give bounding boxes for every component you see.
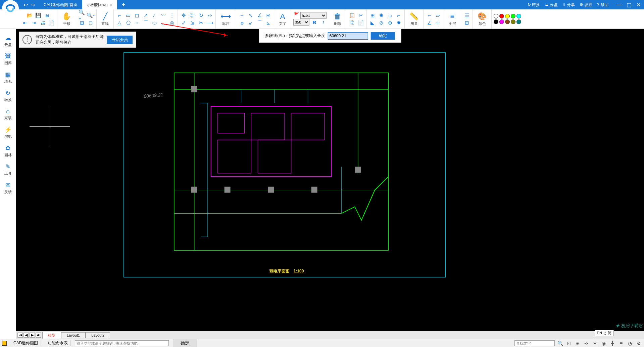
dim-angular-icon[interactable]: ∠ bbox=[256, 12, 263, 19]
trim-icon[interactable]: ✂ bbox=[197, 19, 205, 27]
layer-tool[interactable]: ≡图层 bbox=[446, 11, 459, 27]
drawing-canvas[interactable]: ! 当前为体验模式，可试用全部绘图功能 开启会员，即可保存 开启会员 多段线(P… bbox=[16, 29, 644, 339]
maximize-icon[interactable]: ▢ bbox=[627, 2, 632, 8]
status-cmd-input[interactable] bbox=[75, 340, 169, 346]
extend-icon[interactable]: ⟶ bbox=[206, 19, 213, 27]
ellipse-icon[interactable]: ⬭ bbox=[151, 19, 158, 27]
rect-icon[interactable]: ▭ bbox=[125, 12, 132, 19]
rotate-icon[interactable]: ↻ bbox=[197, 12, 205, 19]
scale-icon[interactable]: ⤢ bbox=[180, 19, 187, 27]
point-icon[interactable]: ⋮ bbox=[168, 12, 176, 19]
array-polar-icon[interactable]: ✺ bbox=[378, 12, 385, 19]
spline-icon[interactable]: 〰 bbox=[159, 12, 167, 19]
status-cmd-table[interactable]: 功能命令表 bbox=[45, 340, 71, 346]
layer-props-icon[interactable]: ⊟ bbox=[463, 19, 470, 27]
layout-tab-1[interactable]: Layout1 bbox=[61, 332, 86, 338]
bold-button[interactable]: B bbox=[311, 19, 318, 26]
sidebar-item-6[interactable]: ✿园林 bbox=[0, 142, 16, 160]
color-swatch[interactable] bbox=[499, 19, 504, 24]
open-member-button[interactable]: 开启会员 bbox=[107, 36, 133, 44]
join-icon[interactable]: ⊕ bbox=[386, 19, 394, 27]
help-button[interactable]: ?帮助 bbox=[597, 2, 608, 8]
osnap-icon[interactable]: ◉ bbox=[600, 340, 607, 347]
paste2-icon[interactable]: 📄 bbox=[357, 19, 364, 27]
ortho-icon[interactable]: ⊹ bbox=[583, 340, 590, 347]
saveas-icon[interactable]: 🗎 bbox=[43, 12, 51, 19]
measure-tool[interactable]: 📏测量 bbox=[407, 11, 421, 27]
convert-button[interactable]: ↻转换 bbox=[528, 2, 540, 8]
open-icon[interactable]: 📂 bbox=[26, 12, 33, 19]
arc-icon[interactable]: ⌒ bbox=[142, 19, 149, 27]
copy-icon[interactable]: ⿻ bbox=[189, 12, 196, 19]
tab-drawing[interactable]: 示例图.dwg × bbox=[82, 0, 117, 9]
paste-icon[interactable]: 📋 bbox=[348, 12, 356, 19]
stretch-icon[interactable]: ⇲ bbox=[189, 19, 196, 27]
angle-icon[interactable]: ∠ bbox=[426, 19, 433, 27]
rect2-icon[interactable]: ◻ bbox=[133, 12, 141, 19]
command-ok-button[interactable]: 确定 bbox=[371, 32, 395, 40]
polar-icon[interactable]: ✶ bbox=[592, 340, 598, 347]
color-swatch[interactable] bbox=[516, 19, 521, 24]
tab-home[interactable]: CAD迷你画图-首页 bbox=[39, 0, 82, 9]
last-icon[interactable]: ⏭ bbox=[36, 333, 41, 338]
sidebar-item-5[interactable]: ⚡弱电 bbox=[0, 124, 16, 141]
ray-icon[interactable]: ↗ bbox=[142, 12, 149, 19]
leader-icon[interactable]: ↙ bbox=[247, 19, 254, 27]
sidebar-item-0[interactable]: ☁云盘 bbox=[0, 32, 16, 49]
italic-button[interactable]: I bbox=[319, 19, 327, 26]
area-icon[interactable]: ▱ bbox=[434, 12, 442, 19]
color-swatch[interactable] bbox=[494, 19, 498, 24]
dim-diameter-icon[interactable]: ⌀ bbox=[238, 19, 246, 27]
layout-tab-2[interactable]: Layout2 bbox=[86, 332, 110, 338]
fillet-icon[interactable]: ⌐ bbox=[395, 12, 402, 19]
share-button[interactable]: ⇪分享 bbox=[562, 2, 575, 8]
chamfer-icon[interactable]: ◣ bbox=[369, 19, 376, 27]
settings-button[interactable]: ⚙设置 bbox=[580, 2, 592, 8]
workspace-icon[interactable]: ⚙ bbox=[635, 340, 642, 347]
offset-icon[interactable]: ⫝ bbox=[386, 12, 394, 19]
font-name-select[interactable]: hztxt bbox=[300, 12, 327, 19]
construction-icon[interactable]: ∕ bbox=[151, 12, 158, 19]
annotate-tool[interactable]: ⟷标注 bbox=[218, 11, 234, 27]
search-text-input[interactable] bbox=[514, 340, 555, 346]
first-icon[interactable]: ⏮ bbox=[17, 333, 23, 338]
export-icon[interactable]: ⇥ bbox=[30, 19, 38, 27]
explode-icon[interactable]: ✸ bbox=[395, 19, 402, 27]
print-icon[interactable]: 🖨 bbox=[39, 19, 46, 27]
polygon-icon[interactable]: ⬠ bbox=[125, 19, 132, 27]
ellipse-arc-icon[interactable]: ◡ bbox=[159, 19, 167, 27]
layout-tab-model[interactable]: 模型 bbox=[42, 332, 61, 339]
dim-ord-icon[interactable]: ⊾ bbox=[264, 19, 272, 27]
search-icon[interactable]: 🔍 bbox=[557, 340, 563, 347]
minimize-icon[interactable]: — bbox=[616, 2, 622, 8]
dim-arc-icon[interactable]: ⌒ bbox=[256, 19, 263, 27]
layer-list-icon[interactable]: ☰ bbox=[463, 12, 470, 19]
language-badge[interactable]: EN じ 简 bbox=[595, 330, 614, 336]
color-swatch[interactable] bbox=[505, 14, 510, 18]
pdf-icon[interactable]: 📄 bbox=[48, 19, 55, 27]
sidebar-item-1[interactable]: 🖼图库 bbox=[0, 51, 16, 68]
coord-icon[interactable]: ⊹ bbox=[434, 19, 442, 27]
sidebar-item-4[interactable]: ⌂家装 bbox=[0, 106, 16, 123]
mirror-icon[interactable]: ⇔ bbox=[206, 12, 213, 19]
triangle-icon[interactable]: △ bbox=[116, 19, 123, 27]
command-input[interactable] bbox=[328, 32, 368, 40]
close-tab-icon[interactable]: × bbox=[110, 2, 112, 7]
dim-linear-icon[interactable]: ↔ bbox=[238, 12, 246, 19]
annotation-scale-icon[interactable]: ◔ bbox=[627, 340, 633, 347]
array-rect-icon[interactable]: ⊞ bbox=[369, 12, 376, 19]
move-icon[interactable]: ✥ bbox=[180, 12, 187, 19]
sidebar-item-8[interactable]: ✉反馈 bbox=[0, 179, 16, 197]
text-tool[interactable]: A文字 bbox=[276, 11, 289, 27]
grid-icon[interactable]: ⊞ bbox=[574, 340, 581, 347]
cloud-button[interactable]: ☁云盘 bbox=[545, 2, 558, 8]
snap-icon[interactable]: ⊡ bbox=[565, 340, 572, 347]
color-swatch[interactable] bbox=[505, 19, 510, 24]
pan-tool[interactable]: ✋平移 bbox=[59, 11, 74, 27]
polyline-icon[interactable]: ⌐ bbox=[116, 12, 123, 19]
circle-icon[interactable]: ○ bbox=[133, 19, 141, 27]
status-app-name[interactable]: CAD迷你画图 bbox=[11, 340, 41, 346]
close-icon[interactable]: ✕ bbox=[636, 2, 641, 8]
save-icon[interactable]: 💾 bbox=[35, 12, 42, 19]
import-icon[interactable]: ⇤ bbox=[21, 19, 29, 27]
